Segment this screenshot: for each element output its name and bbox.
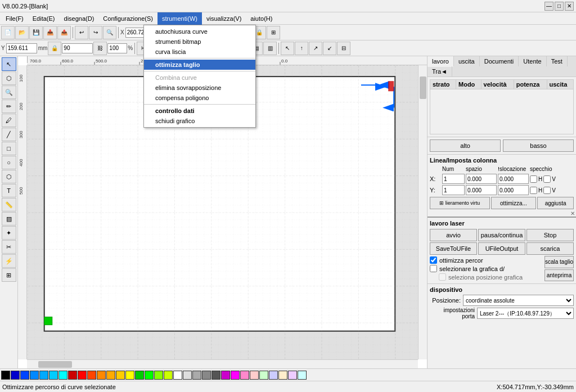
color-swatch-21[interactable] bbox=[202, 371, 211, 380]
tab-test[interactable]: Test bbox=[547, 56, 568, 66]
menu-file[interactable]: File(F) bbox=[1, 12, 28, 25]
color-swatch-22[interactable] bbox=[212, 371, 220, 380]
dd-optimize-cut[interactable]: ottimizza taglio bbox=[144, 60, 255, 70]
tb-align10[interactable]: ▥ bbox=[263, 42, 277, 55]
seleziona-pos-checkbox[interactable] bbox=[439, 273, 446, 281]
minimize-button[interactable]: — bbox=[544, 2, 554, 11]
tb-import[interactable]: 📥 bbox=[43, 26, 57, 39]
color-swatch-15[interactable] bbox=[145, 371, 154, 380]
menu-help[interactable]: aiuto(H) bbox=[246, 12, 277, 25]
lt-cut[interactable]: ✂ bbox=[2, 240, 16, 254]
tb-new[interactable]: 📄 bbox=[1, 26, 15, 39]
tab-uscita[interactable]: uscita bbox=[454, 56, 480, 66]
posizione-select[interactable]: coordinate assolute bbox=[463, 295, 574, 306]
y-v-check[interactable]: V bbox=[543, 187, 556, 194]
x-v-check[interactable]: V bbox=[543, 175, 556, 183]
menu-edit[interactable]: Edita(E) bbox=[28, 12, 60, 25]
scala-taglio-button[interactable]: scala taglio bbox=[544, 256, 574, 268]
color-swatch-20[interactable] bbox=[192, 371, 201, 380]
lt-pen[interactable]: ✏ bbox=[2, 100, 16, 113]
y-disloc-input[interactable] bbox=[498, 185, 529, 195]
basso-button[interactable]: basso bbox=[503, 139, 574, 152]
lt-fill[interactable]: ▨ bbox=[2, 212, 16, 226]
dd-remove-overlap[interactable]: elimina sovrapposizione bbox=[144, 83, 255, 93]
anteprima-button[interactable]: anteprima bbox=[544, 269, 574, 282]
alto-button[interactable]: alto bbox=[430, 139, 501, 152]
lt-text[interactable]: T bbox=[2, 184, 16, 197]
color-swatch-23[interactable] bbox=[221, 371, 230, 380]
ufile-output-button[interactable]: UFileOutput bbox=[478, 242, 525, 255]
y-h-check[interactable]: H bbox=[530, 187, 542, 194]
menu-config[interactable]: Configurazione(S) bbox=[98, 12, 158, 25]
color-swatch-3[interactable] bbox=[30, 371, 39, 380]
lt-measure[interactable]: 📏 bbox=[2, 198, 16, 211]
menu-view[interactable]: visualizza(V) bbox=[202, 12, 246, 25]
color-swatch-6[interactable] bbox=[58, 371, 68, 380]
porta-select[interactable]: Laser 2---（IP:10.48.97.129） bbox=[477, 308, 574, 319]
dd-show-graph[interactable]: schiudi grafico bbox=[144, 116, 255, 126]
coord-y-input[interactable] bbox=[6, 43, 37, 53]
color-swatch-30[interactable] bbox=[288, 371, 297, 380]
panel-x-button[interactable]: ✕ bbox=[570, 210, 575, 217]
dd-data-control[interactable]: controllo dati bbox=[144, 106, 255, 116]
tb-grid[interactable]: ⊞ bbox=[267, 26, 280, 39]
tb-t2[interactable]: ↑ bbox=[295, 42, 308, 55]
lt-node[interactable]: ⬡ bbox=[2, 71, 16, 85]
tb-zoom[interactable]: 🔍 bbox=[103, 26, 116, 39]
color-swatch-4[interactable] bbox=[39, 371, 48, 380]
tb-redo[interactable]: ↪ bbox=[89, 26, 102, 39]
tab-lavoro[interactable]: lavoro bbox=[428, 56, 454, 67]
lt-line[interactable]: ╱ bbox=[2, 128, 16, 141]
y-num-input[interactable] bbox=[442, 185, 465, 195]
y-spazio-input[interactable] bbox=[466, 185, 497, 195]
color-swatch-1[interactable] bbox=[11, 371, 20, 380]
lt-zoom-tool[interactable]: 🔍 bbox=[2, 85, 16, 99]
fileramento-button[interactable]: ⊞ lieramento virtu bbox=[430, 197, 490, 209]
tb-save[interactable]: 💾 bbox=[29, 26, 43, 39]
tab-documenti[interactable]: Documenti bbox=[480, 56, 519, 66]
tab-tra[interactable]: Tra◄ bbox=[428, 66, 452, 76]
color-swatch-10[interactable] bbox=[97, 371, 106, 380]
color-swatch-13[interactable] bbox=[125, 371, 134, 380]
tb-export[interactable]: 📤 bbox=[57, 26, 71, 39]
color-swatch-11[interactable] bbox=[106, 371, 115, 380]
color-swatch-26[interactable] bbox=[250, 371, 259, 380]
maximize-button[interactable]: □ bbox=[555, 2, 564, 11]
dd-smooth-curve[interactable]: curva liscia bbox=[144, 47, 255, 57]
tb-chain2[interactable]: ⛓ bbox=[93, 42, 107, 55]
color-swatch-9[interactable] bbox=[87, 371, 96, 380]
ottimizza-checkbox[interactable] bbox=[430, 256, 437, 264]
tb-open[interactable]: 📂 bbox=[15, 26, 29, 39]
lt-arrange[interactable]: ⊞ bbox=[2, 268, 16, 282]
scarica-button[interactable]: scarica bbox=[526, 242, 574, 255]
aggiusta-button[interactable]: aggiusta bbox=[537, 197, 574, 209]
lt-laser[interactable]: ⚡ bbox=[2, 254, 16, 268]
color-swatch-16[interactable] bbox=[154, 371, 163, 380]
scroll-vertical[interactable] bbox=[418, 65, 427, 359]
x-num-input[interactable] bbox=[442, 174, 465, 184]
menu-tools[interactable]: strumenti(W) bbox=[158, 12, 202, 25]
color-swatch-7[interactable] bbox=[68, 371, 77, 380]
x-h-check[interactable]: H bbox=[530, 175, 542, 183]
color-swatch-31[interactable] bbox=[298, 371, 307, 380]
color-swatch-24[interactable] bbox=[231, 371, 240, 380]
dd-compensate-polygon[interactable]: compensa poligono bbox=[144, 93, 255, 103]
color-swatch-0[interactable] bbox=[1, 371, 10, 380]
color-swatch-28[interactable] bbox=[269, 371, 278, 380]
color-swatch-8[interactable] bbox=[78, 371, 87, 380]
color-swatch-5[interactable] bbox=[49, 371, 58, 380]
tb-undo[interactable]: ↩ bbox=[75, 26, 88, 39]
avvio-button[interactable]: avvio bbox=[430, 229, 477, 241]
pct2-input[interactable] bbox=[107, 43, 127, 53]
x-spazio-input[interactable] bbox=[466, 174, 497, 184]
seleziona-grafica-checkbox[interactable] bbox=[430, 265, 437, 272]
close-button[interactable]: ✕ bbox=[565, 2, 574, 11]
tb-t4[interactable]: ↙ bbox=[323, 42, 336, 55]
tab-utente[interactable]: Utente bbox=[519, 56, 546, 66]
tb-t5[interactable]: ⊟ bbox=[337, 42, 350, 55]
lt-bezier[interactable]: 🖊 bbox=[2, 114, 16, 127]
menu-draw[interactable]: disegna(D) bbox=[60, 12, 99, 25]
tb-lock3[interactable]: 🔒 bbox=[48, 42, 61, 55]
color-swatch-25[interactable] bbox=[240, 371, 249, 380]
color-swatch-27[interactable] bbox=[259, 371, 268, 380]
